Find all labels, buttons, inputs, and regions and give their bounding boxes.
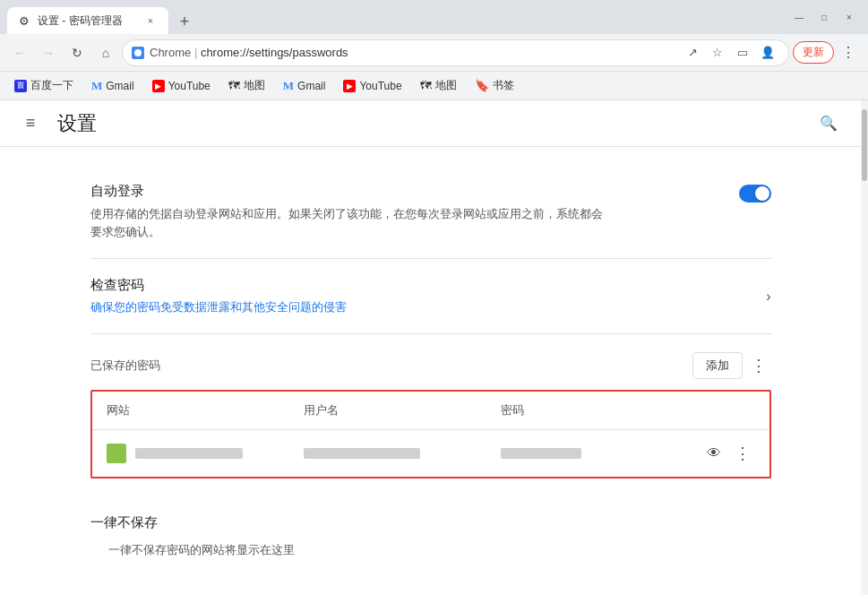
- check-password-arrow: ›: [766, 289, 770, 305]
- bookmark-gmail2-label: Gmail: [297, 80, 325, 92]
- bookmark-baidu-label: 百度一下: [30, 78, 73, 93]
- map-icon: 🗺: [228, 79, 240, 92]
- column-site: 网站: [107, 402, 304, 418]
- youtube-icon: ▶: [152, 80, 165, 92]
- refresh-button[interactable]: ↻: [64, 40, 90, 65]
- bookmark-youtube1-label: YouTube: [168, 80, 211, 92]
- saved-passwords-section: 已保存的密码 添加 ⋮ 网站 用户名 密: [90, 334, 771, 496]
- tab-title: 设置 - 密码管理器: [38, 13, 136, 29]
- password-table-header: 网站 用户名 密码: [92, 392, 769, 430]
- saved-passwords-actions: 添加 ⋮: [692, 352, 771, 379]
- title-bar: ⚙ 设置 - 密码管理器 × + — □ ×: [0, 0, 868, 34]
- back-button[interactable]: ←: [7, 40, 32, 65]
- username-cell: [304, 448, 501, 459]
- saved-passwords-header: 已保存的密码 添加 ⋮: [90, 352, 771, 379]
- bookmark-icon[interactable]: ☆: [706, 41, 729, 65]
- url-prefix: Chrome: [150, 46, 191, 59]
- bookmark-gmail2[interactable]: M Gmail: [276, 75, 333, 97]
- home-button[interactable]: ⌂: [93, 40, 118, 65]
- saved-passwords-more-button[interactable]: ⋮: [746, 353, 771, 378]
- new-tab-button[interactable]: +: [172, 9, 197, 34]
- username-value: [304, 448, 420, 459]
- bookmark-map2-label: 地图: [435, 78, 457, 93]
- check-password-title: 检查密码: [90, 277, 767, 294]
- check-password-desc: 确保您的密码免受数据泄露和其他安全问题的侵害: [90, 299, 767, 315]
- url-separator: |: [194, 46, 201, 59]
- bookmark-folder-icon: 🔖: [475, 79, 489, 92]
- bookmark-map1[interactable]: 🗺 地图: [221, 75, 272, 97]
- never-save-desc: 一律不保存密码的网站将显示在这里: [90, 542, 771, 558]
- table-row[interactable]: 👁 ⋮: [92, 430, 769, 477]
- bookmark-map2[interactable]: 🗺 地图: [413, 75, 464, 97]
- never-save-section: 一律不保存 一律不保存密码的网站将显示在这里: [90, 496, 771, 576]
- svg-point-0: [134, 49, 142, 56]
- window-controls: — □ ×: [787, 8, 861, 26]
- url-text: Chrome | chrome://settings/passwords: [150, 46, 675, 59]
- bookmark-gmail1-label: Gmail: [106, 80, 133, 92]
- password-table: 网站 用户名 密码: [90, 390, 771, 479]
- row-actions: 👁 ⋮: [701, 441, 755, 466]
- maximize-button[interactable]: □: [812, 8, 836, 26]
- map2-icon: 🗺: [420, 79, 432, 92]
- auto-login-desc: 使用存储的凭据自动登录网站和应用。如果关闭了该功能，在您每次登录网站或应用之前，…: [90, 205, 610, 240]
- scrollbar-track: [861, 100, 868, 595]
- scrollbar-thumb[interactable]: [862, 109, 867, 181]
- auto-login-text: 自动登录 使用存储的凭据自动登录网站和应用。如果关闭了该功能，在您每次登录网站或…: [90, 183, 739, 240]
- url-favicon: [132, 47, 144, 59]
- address-bar: ← → ↻ ⌂ Chrome | chrome://settings/passw…: [0, 34, 868, 72]
- hamburger-menu-button[interactable]: ≡: [18, 111, 43, 136]
- page-title: 设置: [57, 110, 97, 137]
- forward-button[interactable]: →: [36, 40, 61, 65]
- update-button[interactable]: 更新: [793, 41, 834, 64]
- toolbar-right: 更新 ⋮: [793, 40, 861, 65]
- bookmark-bookmarks[interactable]: 🔖 书签: [468, 75, 521, 97]
- cast-icon[interactable]: ▭: [731, 41, 754, 65]
- bookmark-bookmarks-label: 书签: [493, 78, 514, 93]
- share-icon[interactable]: ↗: [681, 41, 704, 65]
- column-password: 密码: [501, 402, 755, 418]
- gmail2-icon: M: [283, 79, 294, 93]
- auto-login-title: 自动登录: [90, 183, 739, 200]
- settings-header: ≡ 设置 🔍: [0, 100, 861, 147]
- scrollbar[interactable]: [861, 100, 868, 595]
- tab-favicon: ⚙: [18, 14, 30, 27]
- show-password-button[interactable]: 👁: [701, 441, 726, 466]
- url-bar[interactable]: Chrome | chrome://settings/passwords ↗ ☆…: [122, 39, 789, 66]
- bookmark-youtube2[interactable]: ▶ YouTube: [336, 75, 408, 97]
- youtube2-icon: ▶: [343, 80, 356, 92]
- column-username: 用户名: [304, 402, 501, 418]
- window-close-button[interactable]: ×: [838, 8, 861, 26]
- check-password-text: 检查密码 确保您的密码免受数据泄露和其他安全问题的侵害: [90, 277, 767, 315]
- auto-login-section: 自动登录 使用存储的凭据自动登录网站和应用。如果关闭了该功能，在您每次登录网站或…: [90, 165, 771, 259]
- gmail-icon: M: [91, 79, 102, 93]
- bookmark-map1-label: 地图: [244, 78, 265, 93]
- check-password-section[interactable]: 检查密码 确保您的密码免受数据泄露和其他安全问题的侵害 ›: [90, 259, 771, 334]
- active-tab[interactable]: ⚙ 设置 - 密码管理器 ×: [7, 7, 168, 34]
- password-value: [501, 448, 581, 459]
- site-favicon: [107, 444, 126, 463]
- never-save-title: 一律不保存: [90, 514, 771, 531]
- search-button[interactable]: 🔍: [814, 109, 843, 138]
- saved-passwords-label: 已保存的密码: [90, 358, 160, 374]
- tab-close-button[interactable]: ×: [143, 13, 158, 28]
- tab-area: ⚙ 设置 - 密码管理器 × +: [7, 0, 780, 34]
- password-cell: [501, 448, 701, 459]
- url-actions: ↗ ☆ ▭ 👤: [681, 41, 779, 65]
- bookmark-baidu[interactable]: 百 百度一下: [7, 75, 81, 97]
- row-more-button[interactable]: ⋮: [730, 441, 755, 466]
- browser-menu-button[interactable]: ⋮: [836, 40, 861, 65]
- auto-login-toggle[interactable]: [739, 185, 771, 203]
- bookmarks-bar: 百 百度一下 M Gmail ▶ YouTube 🗺 地图 M Gmail ▶ …: [0, 72, 868, 100]
- bookmark-gmail1[interactable]: M Gmail: [84, 75, 142, 97]
- site-name: [135, 448, 243, 459]
- site-cell: [107, 444, 304, 463]
- minimize-button[interactable]: —: [787, 8, 811, 26]
- bookmark-youtube2-label: YouTube: [359, 80, 401, 92]
- profile-icon[interactable]: 👤: [756, 41, 779, 65]
- bookmark-youtube1[interactable]: ▶ YouTube: [145, 75, 218, 97]
- url-value: chrome://settings/passwords: [201, 46, 348, 59]
- add-password-button[interactable]: 添加: [692, 352, 743, 379]
- settings-main: ≡ 设置 🔍 自动登录 使用存储的凭据自动登录网站和应用。如果关闭了该功能，在您…: [0, 100, 861, 595]
- page-content: ≡ 设置 🔍 自动登录 使用存储的凭据自动登录网站和应用。如果关闭了该功能，在您…: [0, 100, 868, 595]
- password-section: 自动登录 使用存储的凭据自动登录网站和应用。如果关闭了该功能，在您每次登录网站或…: [64, 147, 798, 594]
